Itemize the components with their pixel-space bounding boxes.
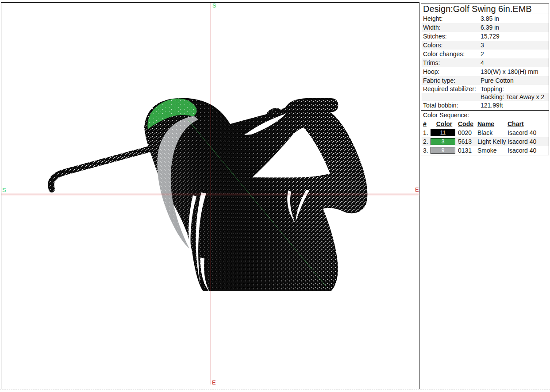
color-code: 0131	[458, 146, 477, 155]
info-value: 4	[481, 58, 484, 67]
info-label: Fabric type:	[423, 76, 455, 85]
col-header-name: Name	[477, 119, 508, 128]
info-value: Topping:	[421, 85, 549, 93]
color-sequence-heading: Color Sequence:	[421, 111, 549, 119]
color-chart: Isacord 40	[508, 137, 549, 146]
info-row: Stitches:15,729	[421, 32, 549, 41]
color-code: 5613	[458, 137, 477, 146]
col-header-color: Color	[431, 119, 458, 128]
info-label: Trims:	[423, 58, 440, 67]
end-marker-right: E	[415, 187, 419, 192]
color-swatch: 11	[431, 129, 455, 136]
info-row: Total bobbin:121.99ft	[421, 101, 549, 110]
color-swatch: 3	[431, 138, 455, 145]
info-row: Color changes:2	[421, 50, 549, 58]
info-row: Hoop:130(W) x 180(H) mm	[421, 67, 549, 76]
col-header-number: #	[421, 119, 431, 128]
color-row-index: 2.	[421, 137, 431, 146]
design-info-panel: Design:Golf Swing 6in.EMB Height:3.85 in…	[421, 4, 549, 155]
info-label: Width:	[423, 23, 441, 32]
color-swatch-cell: 9	[431, 146, 458, 154]
color-row: 2.35613Light KellyIsacord 40	[421, 137, 549, 146]
color-name: Smoke	[477, 146, 508, 155]
info-label: Color changes:	[423, 50, 465, 58]
color-code: 0020	[458, 128, 477, 137]
design-info-rows: Height:3.85 inWidth:6.39 inStitches:15,7…	[421, 14, 549, 110]
canvas-bottom-rule	[0, 389, 550, 389]
embroidery-viewer: S S E E Design:Golf Swing 6in.EMB Height…	[0, 0, 550, 392]
color-name: Black	[477, 128, 508, 137]
color-row: 3.90131SmokeIsacord 40	[421, 146, 549, 155]
info-value: 130(W) x 180(H) mm	[481, 67, 538, 76]
color-name: Light Kelly	[477, 137, 508, 146]
info-label: Stitches:	[423, 32, 447, 41]
end-marker-bottom: E	[212, 380, 216, 385]
info-row: Colors:3	[421, 41, 549, 50]
info-row: Fabric type:Pure Cotton	[421, 76, 549, 85]
info-row: Height:3.85 in	[421, 14, 549, 23]
info-value: 121.99ft	[481, 101, 503, 110]
color-swatch-cell: 11	[431, 128, 458, 136]
color-row-index: 3.	[421, 146, 431, 155]
info-label: Colors:	[423, 41, 442, 50]
info-label: Hoop:	[423, 67, 439, 76]
start-marker-left: S	[2, 187, 6, 193]
color-sequence: Color Sequence: # Color Code Name Chart …	[421, 110, 549, 155]
color-swatch-cell: 3	[431, 137, 458, 145]
col-header-code: Code	[458, 119, 477, 128]
color-swatch: 9	[431, 147, 455, 154]
info-label: Total bobbin:	[423, 101, 458, 110]
crosshair-vertical	[211, 3, 211, 384]
info-row: Required stabilizer:Topping:Backing: Tea…	[421, 85, 549, 101]
color-row-index: 1.	[421, 128, 431, 137]
color-row: 1.110020BlackIsacord 40	[421, 128, 549, 137]
info-value: 3	[481, 41, 484, 50]
info-value: 2	[481, 50, 484, 58]
info-row: Width:6.39 in	[421, 23, 549, 32]
info-value: Pure Cotton	[481, 76, 514, 85]
color-sequence-header: # Color Code Name Chart	[421, 119, 549, 128]
col-header-chart: Chart	[508, 119, 549, 128]
info-row: Trims:4	[421, 58, 549, 67]
color-chart: Isacord 40	[508, 128, 549, 137]
info-value: 15,729	[481, 32, 500, 41]
design-title: Design:Golf Swing 6in.EMB	[421, 4, 549, 14]
color-chart: Isacord 40	[508, 146, 549, 155]
info-value: 6.39 in	[481, 23, 499, 32]
info-value: Backing: Tear Away x 2	[421, 93, 549, 101]
start-marker-top: S	[212, 3, 216, 8]
info-value: 3.85 in	[481, 14, 499, 23]
color-sequence-rows: 1.110020BlackIsacord 402.35613Light Kell…	[421, 128, 549, 155]
crosshair-horizontal	[1, 195, 419, 195]
info-label: Height:	[423, 14, 442, 23]
